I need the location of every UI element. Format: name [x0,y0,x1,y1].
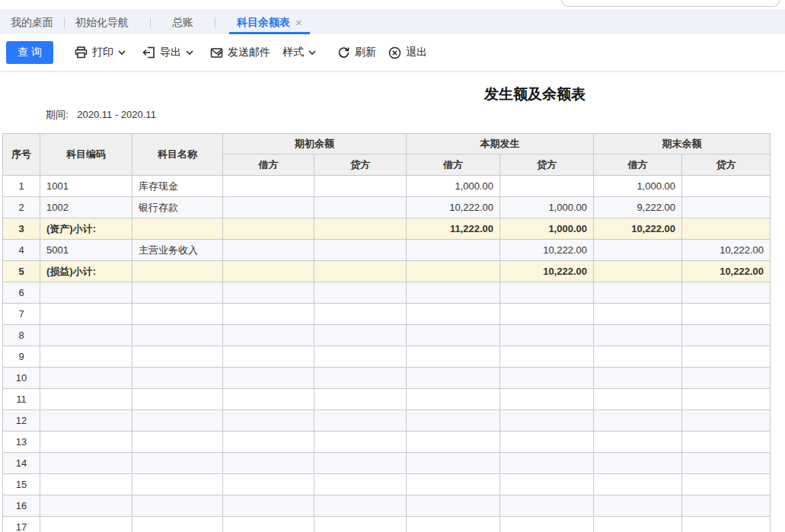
cell-closing-debit [594,304,682,325]
header-current-credit[interactable]: 贷方 [500,155,594,176]
cell-current-debit [407,432,500,453]
cell-closing-debit [594,368,682,389]
cell-code [40,346,132,368]
cell-opening-credit [314,282,407,304]
cell-opening-credit [314,218,407,240]
window-chrome-fragment [561,0,780,7]
export-button[interactable]: 导出 [142,46,193,59]
cell-code [40,282,132,304]
cell-opening-credit [314,368,407,389]
cell-seq: 1 [3,176,40,197]
cell-name [132,453,223,474]
cell-seq: 8 [3,325,40,346]
tab-general-ledger[interactable]: 总账 [161,11,204,34]
cell-closing-credit [682,517,771,532]
period-label: 期间: [46,109,69,120]
period-line: 期间: 2020.11 - 2020.11 [46,108,156,122]
cell-closing-credit: 10,222.00 [682,261,771,282]
header-opening-balance[interactable]: 期初余额 [223,134,407,155]
cell-seq: 15 [3,474,40,495]
cell-current-credit [500,304,594,325]
cell-current-credit [500,368,594,389]
header-code[interactable]: 科目编码 [40,134,132,176]
header-closing-debit[interactable]: 借方 [594,155,682,176]
cell-name [132,389,223,410]
table-row: 6 [3,282,771,304]
header-current-debit[interactable]: 借方 [407,155,500,176]
toolbar: 查询 打印 导出 [0,34,785,72]
header-closing-credit[interactable]: 贷方 [682,155,771,176]
cell-current-debit[interactable]: 10,222.00 [407,197,500,218]
header-name[interactable]: 科目名称 [132,134,223,176]
balance-table: 序号 科目编码 科目名称 期初余额 本期发生 期末余额 借方 贷方 借方 贷方 … [2,133,771,532]
cell-current-credit [500,410,594,432]
refresh-icon [337,46,350,59]
table-row: 12 [3,410,771,432]
cell-name [132,517,223,532]
cell-current-debit [407,389,500,410]
cell-seq: 6 [3,282,40,304]
cell-current-debit [407,304,500,325]
tab-my-desktop[interactable]: 我的桌面 [0,11,64,34]
cell-closing-debit[interactable]: 9,222.00 [594,197,682,218]
header-opening-debit[interactable]: 借方 [223,155,314,176]
cell-opening-credit [314,453,407,474]
send-email-button[interactable]: 发送邮件 [210,46,270,59]
cell-opening-debit [223,346,314,368]
header-seq[interactable]: 序号 [3,134,40,176]
cell-name [132,261,223,282]
cell-opening-debit [223,218,314,240]
cell-closing-credit [682,197,771,218]
header-closing-balance[interactable]: 期末余额 [594,134,771,155]
exit-button[interactable]: 退出 [388,46,427,59]
cell-current-debit [407,240,500,261]
tab-init-navigation[interactable]: 初始化导航 [65,11,139,34]
cell-seq: 7 [3,304,40,325]
refresh-button[interactable]: 刷新 [337,46,376,59]
table-row: 16 [3,495,771,517]
cell-current-debit [407,325,500,346]
table-row: 10 [3,368,771,389]
cell-opening-credit [314,176,407,197]
cell-current-credit[interactable]: 10,222.00 [500,240,594,261]
cell-opening-debit [223,368,314,389]
cell-name [132,218,223,240]
cell-opening-debit [223,474,314,495]
cell-current-credit[interactable]: 1,000.00 [500,197,594,218]
cell-name [132,474,223,495]
cell-closing-credit [682,218,771,240]
header-current-period[interactable]: 本期发生 [407,134,594,155]
table-row-subtotal: 3(资产)小计:11,222.001,000.0010,222.00 [3,218,771,240]
cell-current-debit [407,261,500,282]
print-button[interactable]: 打印 [75,46,126,59]
cell-code: 1002 [40,197,132,218]
cell-opening-credit [314,325,407,346]
table-row: 13 [3,432,771,453]
cell-code [40,495,132,517]
header-opening-credit[interactable]: 贷方 [314,155,407,176]
cell-code [40,474,132,495]
cell-name [132,368,223,389]
cell-opening-debit [223,197,314,218]
export-icon [142,46,155,59]
cell-closing-credit [682,304,771,325]
cell-closing-credit[interactable]: 10,222.00 [682,240,771,261]
cell-seq: 4 [3,240,40,261]
cell-current-debit[interactable]: 1,000.00 [407,176,500,197]
cell-current-debit [407,346,500,368]
style-button[interactable]: 样式 [282,46,316,59]
cell-current-credit [500,346,594,368]
tab-subject-balance[interactable]: 科目余额表 × [226,11,313,34]
cell-closing-debit[interactable]: 1,000.00 [594,176,682,197]
cell-closing-debit [594,282,682,304]
query-button[interactable]: 查询 [6,41,53,64]
cell-closing-debit [594,517,682,532]
table-row: 21002银行存款10,222.001,000.009,222.00 [3,197,771,218]
cell-current-debit [407,453,500,474]
tab-separator [150,18,151,28]
cell-seq: 5 [3,261,40,282]
tab-close-icon[interactable]: × [295,17,302,28]
cell-current-debit [407,495,500,517]
cell-code [40,410,132,432]
cell-name [132,410,223,432]
